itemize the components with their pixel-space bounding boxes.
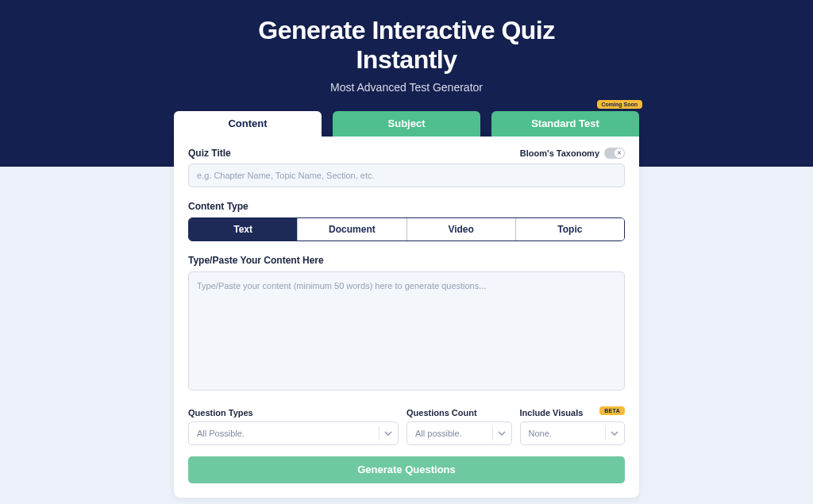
paste-section: Type/Paste Your Content Here	[188, 252, 625, 394]
select-divider	[605, 426, 606, 441]
title-row: Quiz Title Bloom's Taxonomy ✕	[188, 148, 625, 159]
include-visuals-select-wrap: None.	[520, 421, 626, 445]
options-row: Question Types All Possible. Questions C…	[188, 408, 625, 445]
content-type-document[interactable]: Document	[298, 218, 406, 240]
main-tabs: Content Subject Standard Test Coming Soo…	[174, 111, 639, 137]
question-types-col: Question Types All Possible.	[188, 408, 399, 445]
content-type-label: Content Type	[188, 201, 249, 212]
questions-count-col: Questions Count All possible.	[406, 408, 512, 445]
questions-count-label: Questions Count	[406, 408, 512, 417]
questions-count-select-wrap: All possible.	[406, 421, 512, 445]
question-types-label: Question Types	[188, 408, 399, 417]
tab-subject-label: Subject	[388, 117, 426, 129]
quiz-title-input[interactable]	[188, 164, 625, 187]
bloom-toggle[interactable]: ✕	[604, 148, 625, 159]
question-types-select-wrap: All Possible.	[188, 421, 399, 445]
form-panel: Quiz Title Bloom's Taxonomy ✕ Content Ty…	[174, 137, 639, 498]
generate-questions-button[interactable]: Generate Questions	[188, 456, 625, 483]
include-visuals-select[interactable]: None.	[520, 421, 626, 445]
seg-topic-label: Topic	[557, 224, 582, 235]
page-subtitle: Most Advanced Test Generator	[0, 81, 813, 94]
generate-button-label: Generate Questions	[357, 464, 456, 475]
content-type-segmented: Text Document Video Topic	[188, 217, 625, 241]
content-type-section: Content Type Text Document Video Topic	[188, 198, 625, 241]
select-divider	[379, 426, 380, 441]
tab-standard-test-label: Standard Test	[531, 117, 599, 129]
hero: Generate Interactive Quiz Instantly Most…	[0, 0, 813, 94]
content-type-text[interactable]: Text	[189, 218, 298, 240]
include-visuals-value: None.	[529, 429, 552, 438]
seg-video-label: Video	[448, 224, 473, 235]
beta-badge: BETA	[599, 406, 625, 415]
select-divider	[492, 426, 493, 441]
title-line-2: Instantly	[356, 45, 457, 74]
content-type-topic[interactable]: Topic	[516, 218, 624, 240]
tab-content[interactable]: Content	[174, 111, 322, 137]
toggle-knob: ✕	[615, 148, 624, 158]
question-types-select[interactable]: All Possible.	[188, 421, 399, 445]
paste-label: Type/Paste Your Content Here	[188, 255, 324, 266]
coming-soon-badge: Coming Soon	[597, 100, 643, 109]
bloom-toggle-group: Bloom's Taxonomy ✕	[520, 148, 625, 159]
include-visuals-col: BETA Include Visuals None.	[520, 408, 626, 445]
generator-panel: Content Subject Standard Test Coming Soo…	[174, 111, 639, 498]
tab-subject[interactable]: Subject	[333, 111, 480, 137]
content-type-video[interactable]: Video	[407, 218, 516, 240]
question-types-value: All Possible.	[197, 429, 245, 438]
tab-standard-test[interactable]: Standard Test Coming Soon	[491, 111, 639, 137]
title-line-1: Generate Interactive Quiz	[258, 16, 554, 44]
content-textarea[interactable]	[188, 271, 625, 391]
questions-count-value: All possible.	[415, 429, 462, 438]
questions-count-select[interactable]: All possible.	[406, 421, 512, 445]
tab-content-label: Content	[228, 117, 267, 129]
page-title: Generate Interactive Quiz Instantly	[0, 16, 813, 75]
quiz-title-label: Quiz Title	[188, 148, 231, 159]
seg-document-label: Document	[329, 224, 376, 235]
seg-text-label: Text	[233, 224, 252, 235]
bloom-taxonomy-label: Bloom's Taxonomy	[520, 148, 599, 158]
